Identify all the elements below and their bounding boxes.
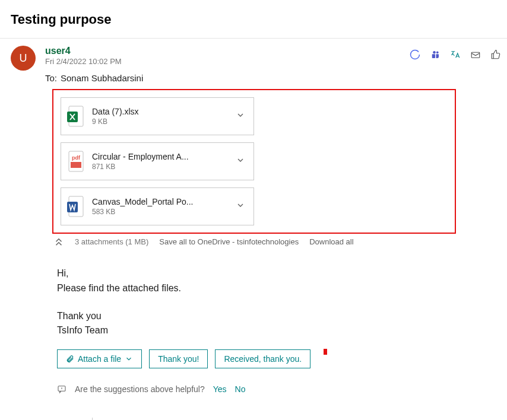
suggested-reply-button[interactable]: Thank you! — [149, 349, 208, 368]
recipients-line: To:Sonam Subhadarsini — [45, 73, 507, 83]
attachments-meta-row: 3 attachments (1 MB) Save all to OneDriv… — [53, 237, 507, 246]
suggested-reply-button[interactable]: Received, thank you. — [215, 349, 310, 368]
translate-icon[interactable] — [450, 49, 461, 62]
attachment-filesize: 583 KB — [92, 208, 233, 216]
subject-text: Testing purpose — [11, 12, 496, 27]
feedback-icon — [57, 384, 66, 394]
chevron-down-icon[interactable] — [233, 153, 248, 170]
svg-rect-8 — [71, 162, 81, 168]
reply-forward-row: Reply Forward — [57, 418, 507, 420]
chevron-down-icon[interactable] — [233, 108, 248, 125]
svg-point-1 — [433, 51, 436, 54]
attachment-filesize: 9 KB — [92, 117, 233, 126]
chevron-down-icon — [125, 355, 133, 363]
loop-component-icon[interactable] — [410, 49, 420, 62]
svg-rect-3 — [471, 52, 480, 58]
collapse-attachments-icon[interactable] — [53, 238, 64, 246]
feedback-no-link[interactable]: No — [235, 384, 246, 394]
attachment-card[interactable]: Data (7).xlsx 9 KB — [61, 97, 254, 135]
chevron-down-icon[interactable] — [233, 198, 248, 215]
attachment-filename: Canvas_Model_Portal Po... — [92, 197, 220, 206]
feedback-yes-link[interactable]: Yes — [213, 384, 227, 394]
marker-indicator — [324, 349, 327, 355]
attachment-card[interactable]: Canvas_Model_Portal Po... 583 KB — [61, 187, 254, 225]
teams-icon[interactable] — [430, 49, 441, 62]
mark-read-icon[interactable] — [470, 49, 481, 62]
attachment-filename: Data (7).xlsx — [92, 107, 220, 116]
svg-text:pdf: pdf — [72, 155, 81, 161]
attachment-count: 3 attachments (1 MB) — [75, 237, 148, 246]
body-line: Hi, — [57, 266, 507, 281]
word-file-icon — [67, 196, 85, 217]
save-all-onedrive-link[interactable]: Save all to OneDrive - tsinfotechnologie… — [159, 237, 299, 246]
divider — [92, 418, 93, 420]
paperclip-icon — [66, 355, 74, 363]
body-line: Thank you — [57, 309, 507, 324]
message-body: Hi, Please find the attached files. Than… — [57, 266, 507, 338]
attachment-card[interactable]: pdf Circular - Employment A... 871 KB — [61, 142, 254, 180]
svg-rect-10 — [67, 202, 78, 212]
excel-file-icon — [67, 106, 85, 127]
download-all-link[interactable]: Download all — [309, 237, 353, 246]
message-actions-toolbar — [410, 49, 501, 62]
message-info: U user4 Fri 2/4/2022 10:02 PM To:Sonam S… — [11, 46, 507, 83]
svg-point-0 — [436, 51, 439, 53]
sender-avatar[interactable]: U — [11, 46, 36, 71]
pdf-file-icon: pdf — [67, 151, 85, 172]
to-label: To: — [45, 73, 57, 83]
suggested-actions-row: Attach a file Thank you! Received, thank… — [57, 349, 507, 369]
feedback-row: Are the suggestions above helpful? Yes N… — [57, 384, 507, 394]
attachment-filename: Circular - Employment A... — [92, 152, 220, 161]
like-icon[interactable] — [490, 49, 501, 62]
feedback-question: Are the suggestions above helpful? — [75, 384, 205, 394]
svg-rect-2 — [432, 54, 435, 58]
attach-file-button[interactable]: Attach a file — [57, 349, 142, 368]
recipient-name: Sonam Subhadarsini — [61, 73, 143, 83]
body-line: Please find the attached files. — [57, 281, 507, 296]
attachment-filesize: 871 KB — [92, 163, 233, 171]
attach-file-label: Attach a file — [78, 354, 121, 364]
message-header-bar: Testing purpose — [0, 0, 507, 39]
attachments-highlight-box: Data (7).xlsx 9 KB pdf Circular - Employ… — [52, 89, 456, 234]
body-line: TsInfo Team — [57, 323, 507, 338]
